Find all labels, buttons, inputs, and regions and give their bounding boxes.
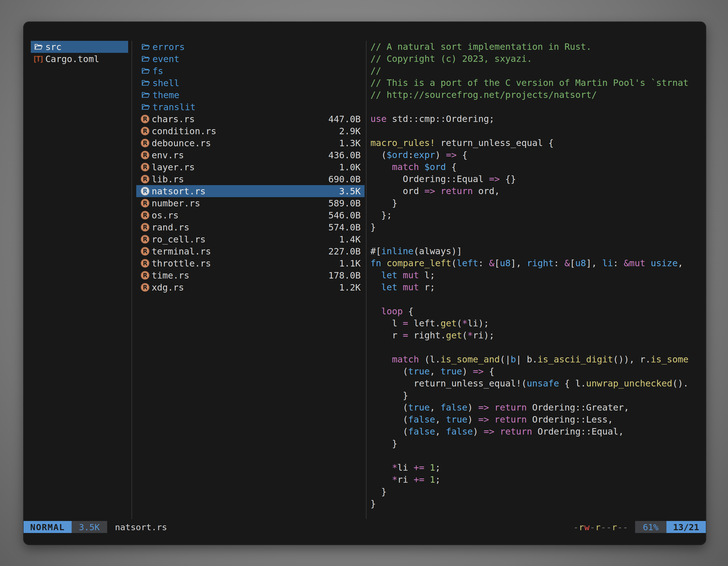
rust-file-icon: R (141, 247, 149, 256)
file-name: shell (152, 78, 179, 88)
folder-row[interactable]: errors (136, 41, 365, 53)
code-line: ord => return ord, (370, 185, 706, 197)
code-line: (true, true) => { (370, 365, 706, 377)
code-line: // http://sourcefrog.net/projects/natsor… (370, 89, 706, 101)
file-row[interactable]: R layer.rs 1.0K (136, 161, 365, 173)
rust-file-icon: R (141, 151, 149, 159)
folder-icon (141, 91, 150, 99)
statusbar-spacer (167, 521, 573, 533)
code-line: fn compare_left(left: &[u8], right: &[u8… (370, 257, 706, 269)
folder-row[interactable]: shell (136, 77, 365, 89)
file-name: Cargo.toml (45, 54, 99, 64)
file-row[interactable]: R chars.rs 447.0B (136, 113, 365, 125)
file-size: 589.0B (328, 198, 361, 209)
code-line: *ri += 1; (370, 474, 706, 486)
file-row[interactable]: R rand.rs 574.0B (136, 221, 365, 233)
file-row[interactable]: R terminal.rs 227.0B (136, 245, 365, 257)
folder-row[interactable]: src (31, 41, 128, 53)
file-row[interactable]: R lib.rs 690.0B (136, 173, 365, 185)
panes-container: src [T] Cargo.toml errors event fs (24, 41, 706, 519)
file-name: theme (152, 90, 179, 100)
file-size: 1.3K (339, 138, 361, 149)
file-size: 178.0B (328, 270, 361, 281)
file-name: ro_cell.rs (152, 234, 206, 245)
file-size: 546.0B (328, 210, 361, 221)
folder-row[interactable]: translit (136, 101, 365, 113)
file-row[interactable]: R xdg.rs 1.2K (136, 281, 365, 293)
yazi-file-manager-window: src [T] Cargo.toml errors event fs (24, 22, 706, 545)
code-line: Ordering::Equal => {} (370, 173, 706, 185)
code-line: match $ord { (370, 161, 706, 173)
file-name: condition.rs (152, 126, 216, 137)
folder-row[interactable]: event (136, 53, 365, 65)
file-preview-pane: // A natural sort implementation in Rust… (367, 41, 706, 519)
code-line (370, 125, 706, 137)
code-line: // This is a port of the C version of Ma… (370, 77, 706, 89)
file-name: number.rs (152, 198, 200, 209)
toml-file-icon: [T] (34, 55, 43, 63)
code-line: }; (370, 209, 706, 221)
file-name: event (152, 54, 179, 64)
file-name: time.rs (152, 270, 189, 281)
code-line (370, 450, 706, 462)
file-name: rand.rs (152, 222, 189, 233)
file-name: translit (152, 102, 196, 112)
file-row[interactable]: R number.rs 589.0B (136, 197, 365, 209)
mode-indicator: NORMAL (24, 521, 72, 533)
code-line: *li += 1; (370, 462, 706, 474)
code-line: } (370, 389, 706, 401)
file-size: 3.5K (339, 186, 361, 197)
code-line: (false, false) => return Ordering::Equal… (370, 426, 706, 438)
file-row[interactable]: [T] Cargo.toml (31, 53, 128, 65)
code-line: return_unless_equal!(unsafe { l.unwrap_u… (370, 377, 706, 389)
file-row[interactable]: R time.rs 178.0B (136, 269, 365, 281)
code-line: use std::cmp::Ordering; (370, 113, 706, 125)
file-size: 1.1K (339, 258, 361, 269)
file-row[interactable]: R condition.rs 2.9K (136, 125, 365, 137)
status-bar: NORMAL 3.5K natsort.rs -rw-r--r-- 61% 13… (24, 521, 706, 533)
rust-file-icon: R (141, 163, 149, 172)
code-line: #[inline(always)] (370, 245, 706, 257)
file-name: terminal.rs (152, 246, 211, 257)
file-row[interactable]: R ro_cell.rs 1.4K (136, 233, 365, 245)
rust-file-icon: R (141, 259, 149, 268)
file-name: debounce.rs (152, 138, 211, 149)
code-line (370, 341, 706, 353)
folder-icon (141, 55, 150, 63)
file-row[interactable]: R throttle.rs 1.1K (136, 257, 365, 269)
code-line: ($ord:expr) => { (370, 149, 706, 161)
code-line: (false, true) => return Ordering::Less, (370, 414, 706, 426)
code-line: let mut r; (370, 281, 706, 293)
scroll-percent-badge: 61% (635, 521, 666, 533)
folder-row[interactable]: fs (136, 65, 365, 77)
file-size: 690.0B (328, 174, 361, 185)
folder-icon (141, 103, 150, 111)
code-line: let mut l; (370, 269, 706, 281)
rust-file-icon: R (141, 139, 149, 147)
file-row[interactable]: R os.rs 546.0B (136, 209, 365, 221)
file-size: 1.2K (339, 282, 361, 293)
parent-directory-pane: src [T] Cargo.toml (24, 41, 132, 519)
rust-file-icon: R (141, 271, 149, 280)
rust-file-icon: R (141, 187, 149, 196)
folder-icon (141, 79, 150, 87)
code-line: match (l.is_some_and(|b| b.is_ascii_digi… (370, 353, 706, 365)
file-name: os.rs (152, 210, 179, 221)
code-line: loop { (370, 305, 706, 317)
rust-file-icon: R (141, 283, 149, 292)
code-line: } (370, 498, 706, 510)
code-line: l = left.get(*li); (370, 317, 706, 329)
file-name: layer.rs (152, 162, 195, 173)
file-name: chars.rs (152, 114, 195, 125)
code-line (370, 101, 706, 113)
folder-row[interactable]: theme (136, 89, 365, 101)
rust-file-icon: R (141, 235, 149, 244)
file-row[interactable]: R natsort.rs 3.5K (136, 185, 365, 197)
file-row[interactable]: R env.rs 436.0B (136, 149, 365, 161)
file-size: 574.0B (328, 222, 361, 233)
folder-icon (141, 43, 150, 51)
rust-file-icon: R (141, 199, 149, 208)
file-row[interactable]: R debounce.rs 1.3K (136, 137, 365, 149)
file-permissions: -rw-r--r-- (573, 521, 628, 533)
file-size: 2.9K (339, 126, 361, 137)
